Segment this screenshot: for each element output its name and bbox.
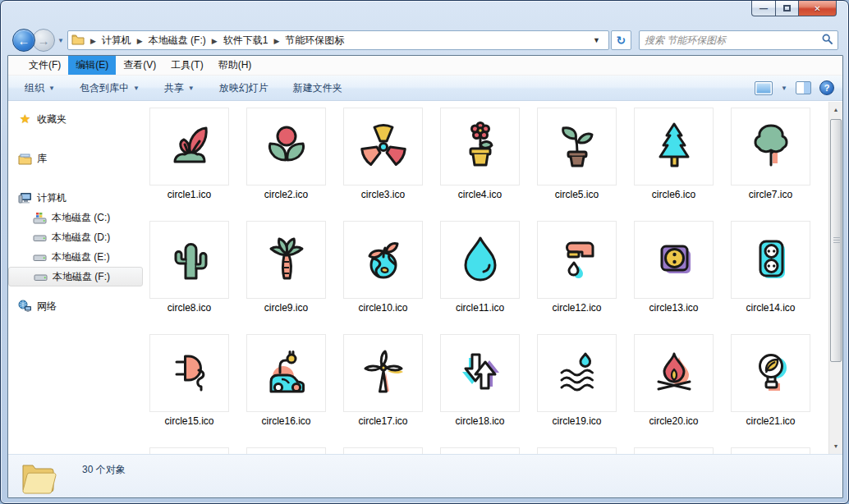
file-item[interactable]: circle2.ico — [246, 108, 326, 200]
file-item[interactable]: circle16.ico — [246, 334, 326, 427]
search-icon[interactable] — [822, 34, 833, 47]
file-thumbnail[interactable] — [537, 221, 617, 299]
refresh-button[interactable]: ↻ — [611, 30, 631, 50]
toolbar-button[interactable]: 共享▼ — [164, 81, 195, 95]
file-item[interactable]: circle6.ico — [634, 108, 714, 200]
file-item[interactable]: circle28.ico — [731, 447, 810, 454]
sidebar-item-label: 网络 — [37, 300, 57, 314]
file-item[interactable]: circle3.ico — [343, 108, 423, 200]
file-thumbnail[interactable] — [246, 221, 326, 299]
maximize-button[interactable] — [776, 1, 799, 16]
file-item[interactable]: circle9.ico — [246, 221, 326, 314]
file-thumbnail[interactable] — [440, 334, 520, 412]
file-thumbnail[interactable] — [246, 108, 326, 186]
toolbar-button[interactable]: 组织▼ — [25, 81, 55, 95]
file-item[interactable]: circle4.ico — [440, 108, 520, 200]
file-item[interactable]: circle10.ico — [343, 221, 423, 314]
file-item[interactable]: circle25.ico — [440, 447, 520, 454]
file-thumbnail[interactable] — [634, 334, 714, 412]
vertical-scrollbar[interactable]: ▲ ▼ — [828, 102, 842, 454]
scrollbar-thumb[interactable] — [830, 119, 842, 362]
file-item[interactable]: circle1.ico — [149, 108, 229, 200]
file-thumbnail[interactable] — [440, 447, 520, 454]
sidebar-item[interactable]: 网络 — [8, 296, 146, 316]
file-item[interactable]: circle17.ico — [343, 334, 423, 427]
breadcrumb-item[interactable]: 本地磁盘 (F:) — [149, 34, 206, 46]
file-thumbnail[interactable] — [343, 447, 423, 454]
forward-button[interactable]: → — [32, 29, 55, 52]
close-button[interactable]: ✕ — [799, 1, 837, 16]
file-thumbnail[interactable] — [634, 108, 714, 186]
file-thumbnail[interactable] — [634, 447, 714, 454]
file-item[interactable]: circle8.ico — [149, 221, 229, 314]
toolbar-button[interactable]: 放映幻灯片 — [219, 81, 268, 95]
address-bar[interactable]: ▶计算机▶本地磁盘 (F:)▶软件下载1▶节能环保图标 ▼ — [67, 30, 609, 50]
file-thumbnail[interactable] — [731, 108, 810, 186]
file-thumbnail[interactable] — [149, 221, 229, 299]
menu-item[interactable]: 查看(V) — [116, 56, 163, 75]
file-thumbnail[interactable] — [343, 108, 423, 186]
file-item[interactable]: circle5.ico — [537, 108, 617, 200]
views-dropdown-caret[interactable]: ▼ — [781, 85, 787, 92]
file-item[interactable]: circle11.ico — [440, 221, 520, 314]
file-item[interactable]: circle27.ico — [634, 447, 714, 454]
file-thumbnail[interactable] — [731, 334, 810, 412]
file-thumbnail[interactable] — [731, 447, 810, 454]
potted-flower-icon — [454, 119, 507, 174]
menu-item[interactable]: 工具(T) — [163, 56, 210, 75]
address-dropdown-caret[interactable]: ▼ — [588, 36, 605, 44]
file-item[interactable]: circle13.ico — [634, 221, 714, 314]
scroll-down-button[interactable]: ▼ — [829, 439, 842, 453]
file-item[interactable]: circle18.ico — [440, 334, 520, 427]
file-item[interactable]: circle20.ico — [634, 334, 714, 427]
file-thumbnail[interactable] — [343, 221, 423, 299]
back-button[interactable]: ← — [12, 29, 35, 52]
menu-item[interactable]: 帮助(H) — [211, 56, 259, 75]
preview-pane-icon[interactable] — [796, 81, 811, 94]
file-item[interactable]: circle7.ico — [731, 108, 810, 200]
sidebar-item[interactable]: 本地磁盘 (F:) — [8, 267, 143, 286]
minimize-button[interactable]: — — [751, 1, 776, 16]
file-item[interactable]: circle12.ico — [537, 221, 617, 314]
file-item[interactable]: circle22.ico — [149, 447, 229, 454]
file-thumbnail[interactable] — [731, 221, 810, 299]
file-thumbnail[interactable] — [246, 334, 326, 412]
file-thumbnail[interactable] — [149, 108, 229, 186]
breadcrumb-item[interactable]: 软件下载1 — [223, 34, 268, 46]
toolbar-button[interactable]: 新建文件夹 — [293, 81, 342, 95]
file-item[interactable]: circle19.ico — [537, 334, 617, 427]
file-thumbnail[interactable] — [537, 108, 617, 186]
file-item[interactable]: circle24.ico — [343, 447, 423, 454]
file-thumbnail[interactable] — [343, 334, 423, 412]
sidebar-item[interactable]: 库 — [8, 149, 146, 168]
breadcrumb-item[interactable]: 节能环保图标 — [285, 34, 344, 46]
sidebar-item[interactable]: 本地磁盘 (E:) — [8, 247, 146, 267]
file-thumbnail[interactable] — [440, 221, 520, 299]
help-icon[interactable]: ? — [819, 80, 834, 95]
file-thumbnail[interactable] — [149, 334, 229, 412]
scroll-up-button[interactable]: ▲ — [829, 103, 842, 117]
file-thumbnail[interactable] — [634, 221, 714, 299]
menu-item[interactable]: 文件(F) — [21, 56, 68, 75]
file-item[interactable]: circle26.ico — [537, 447, 617, 454]
file-thumbnail[interactable] — [537, 447, 617, 454]
file-thumbnail[interactable] — [440, 108, 520, 186]
sidebar-item[interactable]: 本地磁盘 (D:) — [8, 227, 146, 247]
file-thumbnail[interactable] — [149, 447, 229, 454]
breadcrumb-item[interactable]: 计算机 — [102, 34, 131, 46]
sidebar-item[interactable]: ★收藏夹 — [8, 109, 146, 129]
views-icon[interactable] — [755, 81, 773, 95]
file-item[interactable]: circle15.ico — [149, 334, 229, 427]
file-item[interactable]: circle14.ico — [731, 221, 810, 314]
file-thumbnail[interactable] — [537, 334, 617, 412]
file-item[interactable]: circle21.ico — [731, 334, 810, 427]
file-thumbnail[interactable] — [246, 447, 326, 454]
menu-item[interactable]: 编辑(E) — [68, 56, 116, 75]
breadcrumb-separator-icon: ▶ — [268, 37, 285, 45]
sidebar-item[interactable]: 本地磁盘 (C:) — [8, 208, 146, 227]
toolbar-button[interactable]: 包含到库中▼ — [80, 81, 140, 95]
file-item[interactable]: circle23.ico — [246, 447, 326, 454]
sidebar-item[interactable]: 计算机 — [8, 188, 146, 208]
history-dropdown-caret[interactable]: ▼ — [57, 37, 64, 44]
search-input[interactable] — [645, 34, 822, 46]
